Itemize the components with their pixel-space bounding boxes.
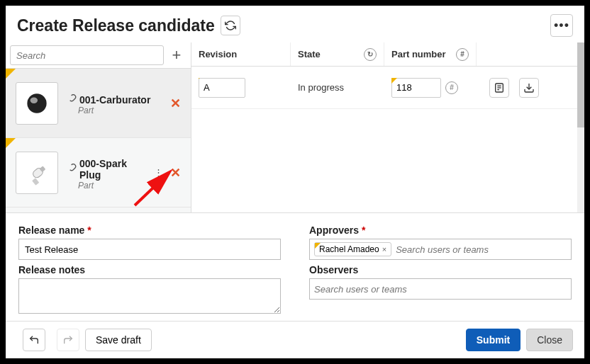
part-type: Part (78, 106, 167, 115)
release-name-label: Release name * (18, 224, 281, 236)
submit-button[interactable]: Submit (466, 329, 521, 351)
revision-input[interactable] (199, 78, 245, 98)
download-button[interactable] (519, 78, 539, 98)
column-state: State ↻ (291, 42, 384, 66)
partnum-generate-icon[interactable]: # (445, 81, 458, 94)
svg-point-0 (27, 93, 46, 113)
part-type: Part (78, 181, 151, 190)
column-partnum: Part number # (384, 42, 477, 66)
vertical-scrollbar[interactable] (577, 42, 584, 212)
observers-label: Observers (309, 264, 572, 275)
state-value: In progress (291, 82, 384, 93)
svg-rect-2 (32, 178, 39, 185)
release-notes-label: Release notes (18, 264, 281, 275)
part-thumbnail (16, 152, 58, 194)
redo-button[interactable] (57, 329, 79, 351)
release-notes-input[interactable] (18, 278, 281, 314)
observers-input[interactable] (309, 278, 572, 300)
approvers-input[interactable]: Rachel Amadeo × (309, 239, 572, 260)
notes-button[interactable] (489, 78, 509, 98)
modified-marker (6, 69, 16, 79)
approvers-label: Approvers * (309, 224, 572, 236)
refresh-button[interactable] (221, 16, 240, 35)
partnum-input[interactable] (391, 78, 441, 98)
modified-marker (6, 138, 16, 148)
drag-handle-icon[interactable]: ⋮ (151, 164, 166, 181)
more-dots-icon: ••• (554, 18, 569, 33)
close-button[interactable]: Close (526, 329, 573, 351)
table-row: In progress # (191, 67, 584, 109)
part-thumbnail (16, 82, 58, 125)
undo-button[interactable] (23, 329, 45, 351)
remove-part-button[interactable]: ✕ (167, 162, 184, 183)
remove-part-button[interactable]: ✕ (167, 93, 184, 114)
approver-chip[interactable]: Rachel Amadeo × (314, 242, 391, 256)
partnum-hash-icon[interactable]: # (456, 48, 469, 61)
part-name: 000-Spark Plug (79, 158, 151, 181)
search-input[interactable] (10, 45, 164, 65)
scrollbar-thumb[interactable] (577, 42, 584, 127)
page-title: Create Release candidate (17, 16, 215, 35)
svg-point-1 (30, 97, 38, 103)
more-menu-button[interactable]: ••• (550, 14, 573, 37)
save-draft-button[interactable]: Save draft (85, 329, 152, 351)
part-item[interactable]: 000-Spark Plug Part ⋮ ✕ (6, 138, 191, 207)
part-link-icon (65, 164, 77, 175)
add-part-button[interactable]: + (167, 45, 187, 65)
part-item[interactable]: 001-Carburator Part ✕ (6, 69, 191, 138)
state-cycle-icon[interactable]: ↻ (364, 48, 377, 61)
column-revision: Revision (191, 42, 291, 66)
chip-remove-icon[interactable]: × (382, 245, 386, 254)
release-name-input[interactable] (18, 239, 281, 260)
part-name: 001-Carburator (79, 94, 150, 106)
part-link-icon (65, 94, 77, 106)
